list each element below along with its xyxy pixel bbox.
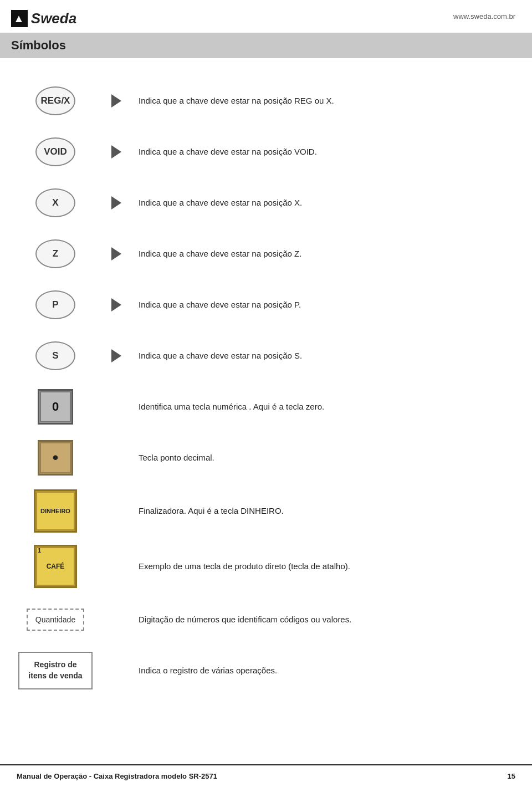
symbol-row-p: P Indica que a chave deve estar na posiç…	[17, 285, 515, 324]
arrow-x	[94, 196, 139, 209]
footer-text: Manual de Operação - Caixa Registradora …	[17, 772, 217, 780]
symbol-regx: REG/X	[17, 86, 94, 115]
desc-dinheiro: Finalizadora. Aqui é a tecla DINHEIRO.	[139, 505, 515, 518]
symbol-quantidade: Quantidade	[17, 609, 94, 631]
symbol-dot: •	[17, 440, 94, 476]
key-dinheiro-inner: DINHEIRO	[36, 492, 75, 530]
symbol-registro: Registro deitens de venda	[17, 652, 94, 689]
section-title-bar: Símbolos	[0, 33, 532, 58]
desc-void: Indica que a chave deve estar na posição…	[139, 146, 515, 159]
page-header: ▲ Sweda www.sweda.com.br	[0, 0, 532, 33]
symbol-p: P	[17, 290, 94, 319]
key-cafe-wrapper: 1 CAFÉ	[34, 545, 77, 588]
arrow-p	[94, 298, 139, 311]
key-zero-inner: 0	[40, 391, 71, 422]
desc-z: Indica que a chave deve estar na posição…	[139, 248, 515, 260]
page-footer: Manual de Operação - Caixa Registradora …	[0, 764, 532, 787]
website-url: www.sweda.com.br	[453, 10, 515, 21]
symbol-row-cafe: 1 CAFÉ Exemplo de uma tecla de produto d…	[17, 545, 515, 588]
desc-regx: Indica que a chave deve estar na posição…	[139, 95, 515, 108]
desc-s: Indica que a chave deve estar na posição…	[139, 350, 515, 362]
desc-x: Indica que a chave deve estar na posição…	[139, 197, 515, 209]
oval-z: Z	[35, 239, 75, 268]
symbol-row-x: X Indica que a chave deve estar na posiç…	[17, 183, 515, 222]
symbol-row-zero: 0 Identifica uma tecla numérica . Aqui é…	[17, 387, 515, 426]
symbol-row-dot: • Tecla ponto decimal.	[17, 438, 515, 477]
arrow-icon	[111, 145, 121, 159]
desc-zero: Identifica uma tecla numérica . Aqui é a…	[139, 401, 515, 413]
symbol-row-z: Z Indica que a chave deve estar na posiç…	[17, 234, 515, 273]
symbol-row-s: S Indica que a chave deve estar na posiç…	[17, 336, 515, 375]
symbol-zero: 0	[17, 389, 94, 425]
symbol-dinheiro: DINHEIRO	[17, 489, 94, 533]
oval-s: S	[35, 341, 75, 370]
symbol-row-quantidade: Quantidade Digitação de números que iden…	[17, 600, 515, 639]
symbol-s: S	[17, 341, 94, 370]
oval-x: X	[35, 188, 75, 217]
key-zero: 0	[38, 389, 73, 425]
arrow-s	[94, 349, 139, 362]
desc-cafe: Exemplo de uma tecla de produto direto (…	[139, 560, 515, 573]
desc-p: Indica que a chave deve estar na posição…	[139, 299, 515, 311]
key-quantidade: Quantidade	[27, 609, 84, 631]
arrow-regx	[94, 94, 139, 108]
key-dot-inner: •	[40, 442, 71, 473]
symbol-row-registro: Registro deitens de venda Indica o regis…	[17, 651, 515, 690]
key-dinheiro: DINHEIRO	[34, 489, 77, 533]
arrow-z	[94, 247, 139, 260]
logo-text: Sweda	[31, 10, 76, 27]
arrow-icon	[111, 196, 121, 209]
cafe-superscript: 1	[38, 547, 41, 554]
symbol-cafe: 1 CAFÉ	[17, 545, 94, 588]
symbol-z: Z	[17, 239, 94, 268]
key-dot: •	[38, 440, 73, 476]
logo: ▲ Sweda	[11, 10, 76, 27]
desc-dot: Tecla ponto decimal.	[139, 452, 515, 464]
logo-slash: ▲	[11, 10, 28, 27]
symbol-row-dinheiro: DINHEIRO Finalizadora. Aqui é a tecla DI…	[17, 489, 515, 533]
desc-registro: Indica o registro de várias operações.	[139, 665, 515, 677]
symbol-row-regx: REG/X Indica que a chave deve estar na p…	[17, 81, 515, 120]
arrow-void	[94, 145, 139, 159]
arrow-icon	[111, 298, 121, 311]
oval-p: P	[35, 290, 75, 319]
arrow-icon	[111, 94, 121, 108]
oval-regx: REG/X	[35, 86, 75, 115]
key-cafe-inner: CAFÉ	[36, 547, 75, 586]
main-content: REG/X Indica que a chave deve estar na p…	[0, 64, 532, 708]
arrow-icon	[111, 247, 121, 260]
section-title: Símbolos	[11, 38, 521, 53]
symbol-x: X	[17, 188, 94, 217]
symbol-row-void: VOID Indica que a chave deve estar na po…	[17, 132, 515, 171]
symbol-void: VOID	[17, 137, 94, 166]
oval-void: VOID	[35, 137, 75, 166]
desc-quantidade: Digitação de números que identificam cód…	[139, 614, 515, 626]
key-registro: Registro deitens de venda	[18, 652, 92, 689]
footer-page: 15	[508, 772, 515, 780]
arrow-icon	[111, 349, 121, 362]
